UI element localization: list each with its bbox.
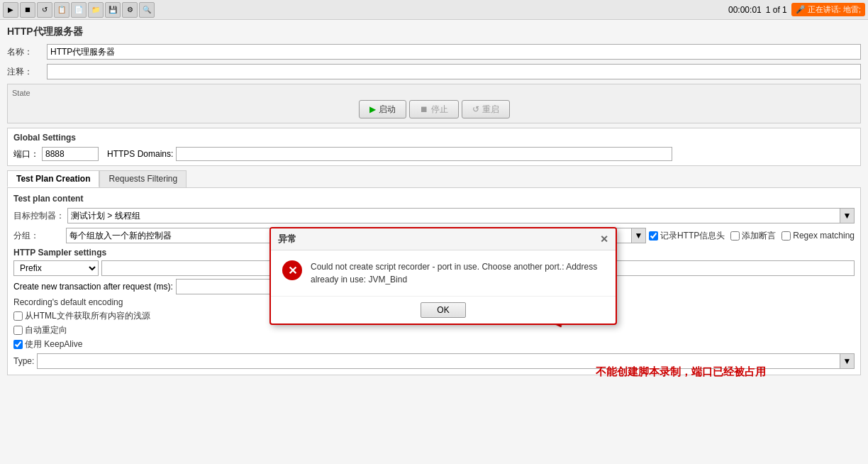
- error-icon: ✕: [282, 260, 302, 280]
- dialog-title: 异常: [278, 233, 296, 245]
- dialog-message: Could not create script recorder - port …: [311, 260, 604, 286]
- dialog-footer: OK: [271, 296, 616, 324]
- dialog-header: 异常 ✕: [271, 228, 616, 250]
- error-dialog: 异常 ✕ ✕ Could not create script recorder …: [269, 227, 617, 325]
- ok-button[interactable]: OK: [421, 302, 465, 318]
- modal-overlay: 异常 ✕ ✕ Could not create script recorder …: [0, 0, 868, 464]
- dialog-close-button[interactable]: ✕: [600, 233, 608, 245]
- dialog-body: ✕ Could not create script recorder - por…: [271, 250, 616, 296]
